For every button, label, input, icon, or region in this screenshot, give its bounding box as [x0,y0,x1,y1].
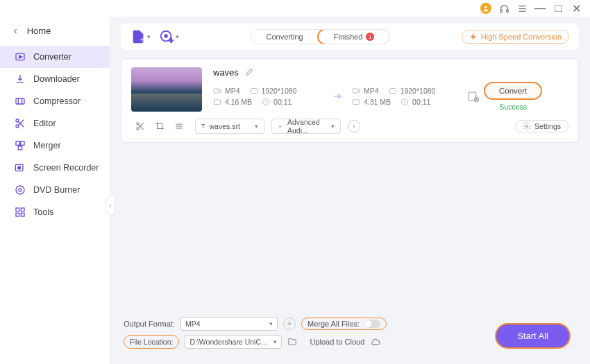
svg-rect-23 [21,208,24,211]
svg-rect-31 [251,89,257,94]
clock-icon [401,98,409,106]
minimize-button[interactable]: — [534,3,546,14]
output-settings-gear-icon[interactable] [283,318,296,330]
svg-rect-25 [21,213,24,216]
video-icon [213,87,221,95]
merge-all-files: Merge All Files: [301,318,387,330]
status-tabs: Converting Finished 1 [251,29,391,44]
folder-icon [213,98,221,106]
svg-point-12 [16,125,19,128]
chevron-left-icon: ‹ [14,25,17,36]
dst-duration: 00:11 [412,98,430,106]
video-thumbnail[interactable] [131,67,202,112]
finished-count-badge: 1 [366,33,374,41]
nav-merger[interactable]: Merger [0,135,110,157]
nav-compressor[interactable]: Compressor [0,90,110,112]
svg-point-0 [484,6,487,8]
settings-chip[interactable]: Settings [515,120,568,132]
effects-icon[interactable] [174,121,184,131]
settings-label: Settings [534,122,561,130]
converter-icon [14,51,26,63]
svg-point-50 [289,323,291,325]
arrow-right-icon [332,90,344,103]
svg-rect-15 [16,141,19,145]
nav-downloader[interactable]: Downloader [0,68,110,90]
svg-rect-17 [18,146,22,150]
svg-rect-8 [16,98,24,104]
svg-rect-34 [389,89,396,94]
svg-text:+: + [169,37,174,44]
nav-label: Tools [33,207,53,217]
output-settings-icon[interactable] [467,90,480,103]
svg-marker-7 [19,55,22,58]
merger-icon [14,139,26,152]
svg-rect-16 [21,141,24,145]
merge-toggle[interactable] [364,320,380,328]
sidebar-collapse-handle[interactable]: ‹ [106,196,115,215]
svg-rect-1 [500,9,502,12]
video-icon [352,87,360,95]
trim-icon[interactable] [135,121,145,131]
upload-cloud-label: Upload to Cloud [310,338,364,346]
subtitle-dropdown[interactable]: T waves.srt ▾ [195,119,264,134]
tab-converting[interactable]: Converting [251,30,319,44]
recorder-icon [14,162,26,174]
nav-screen-recorder[interactable]: Screen Recorder [0,157,110,179]
info-icon[interactable]: i [348,120,360,132]
home-label: Home [27,26,51,36]
svg-rect-22 [16,208,19,211]
home-button[interactable]: ‹ Home [0,19,110,46]
add-disc-button[interactable]: + ▾ [159,29,179,44]
edit-name-icon[interactable] [244,68,253,77]
disc-icon [14,184,26,196]
nav-dvd-burner[interactable]: DVD Burner [0,179,110,201]
crop-icon[interactable] [155,121,165,131]
sidebar: ‹ Home Converter Downloader Compressor E… [0,17,110,364]
nav-label: Editor [33,119,56,128]
close-button[interactable]: ✕ [571,3,582,14]
maximize-button[interactable]: □ [553,3,564,14]
dst-format: MP4 [364,87,379,95]
download-icon [14,73,26,85]
start-all-button[interactable]: Start All [495,323,571,349]
svg-rect-24 [16,213,19,216]
file-card: waves MP4 1920*1080 4.16 MB [121,58,579,143]
hsc-label: High Speed Conversion [481,33,562,41]
svg-rect-36 [469,92,476,101]
user-avatar-icon[interactable] [480,3,491,14]
resolution-icon [250,87,258,95]
nav-label: Merger [33,141,61,150]
svg-point-49 [526,125,528,128]
open-folder-icon[interactable] [287,337,297,347]
hamburger-icon[interactable] [516,3,528,14]
svg-point-38 [137,123,140,125]
tab-finished[interactable]: Finished 1 [317,29,391,44]
output-format-value: MP4 [185,320,201,328]
status-text: Success [499,103,527,111]
high-speed-conversion-button[interactable]: High Speed Conversion [462,30,569,44]
svg-point-19 [18,166,21,169]
svg-point-28 [165,35,167,37]
add-file-button[interactable]: + ▾ [130,29,151,44]
svg-rect-33 [353,89,357,93]
scissors-icon [14,117,26,130]
nav-label: Screen Recorder [33,163,99,173]
headset-icon[interactable] [498,3,509,14]
src-duration: 00:11 [273,98,292,106]
nav-tools[interactable]: Tools [0,201,110,223]
tools-icon [14,206,26,218]
nav-converter[interactable]: Converter [0,46,110,68]
cloud-icon[interactable] [370,336,381,347]
svg-point-39 [137,128,140,130]
audio-dropdown[interactable]: Advanced Audi... ▾ [271,119,341,134]
output-format-select[interactable]: MP4 ▾ [180,317,278,331]
file-location-select[interactable]: D:\Wondershare UniConverter 1 ▾ [185,335,282,349]
svg-point-21 [19,189,22,191]
resolution-icon [389,87,397,95]
svg-point-11 [16,119,19,122]
nav-label: Converter [33,52,71,62]
nav-editor[interactable]: Editor [0,112,110,135]
convert-button[interactable]: Convert [484,82,542,100]
src-resolution: 1920*1080 [262,87,297,95]
nav-label: DVD Burner [33,185,80,195]
